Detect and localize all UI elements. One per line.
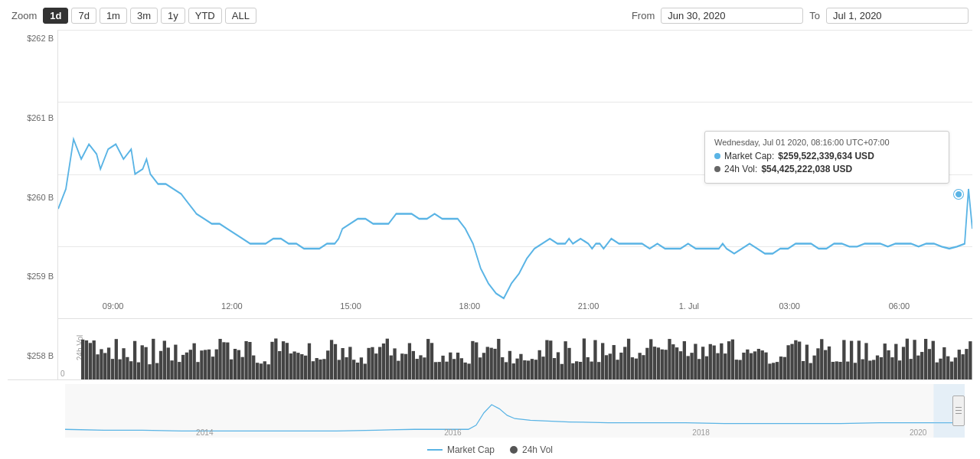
volume-bar xyxy=(155,363,158,379)
volume-bar xyxy=(816,348,819,379)
nav-handle[interactable] xyxy=(952,396,965,426)
tooltip-market-cap-label: Market Cap: xyxy=(724,151,774,161)
volume-bar xyxy=(534,360,537,379)
volume-bar xyxy=(553,358,556,379)
volume-bar xyxy=(482,353,485,379)
volume-bar xyxy=(928,349,931,379)
volume-bar xyxy=(475,343,478,379)
volume-bar xyxy=(969,341,972,379)
volume-bar xyxy=(460,358,463,379)
volume-bar xyxy=(178,362,181,379)
volume-bar xyxy=(579,362,582,379)
volume-bar xyxy=(649,339,652,379)
volume-bar xyxy=(549,340,552,379)
zoom-7d[interactable]: 7d xyxy=(71,8,96,24)
volume-bar-chart: // This will be rendered via static SVG … xyxy=(81,319,972,379)
volume-bar xyxy=(619,353,622,379)
volume-bar xyxy=(523,360,526,379)
volume-bar xyxy=(864,343,867,379)
volume-bar xyxy=(419,355,422,379)
volume-bar xyxy=(842,340,845,379)
nav-chart-container: 2014 2016 2018 2020 xyxy=(8,379,972,441)
volume-bar xyxy=(371,347,374,379)
legend-market-cap: Market Cap xyxy=(427,444,495,455)
nav-chart[interactable]: 2014 2016 2018 2020 xyxy=(65,384,965,438)
volume-bar xyxy=(538,350,541,379)
volume-bar xyxy=(341,348,344,379)
volume-bar xyxy=(96,354,99,379)
volume-bar xyxy=(467,363,470,379)
y-label-261: $261 B xyxy=(8,113,57,122)
volume-bar xyxy=(936,363,939,379)
to-date-input[interactable] xyxy=(826,8,969,24)
volume-bar xyxy=(738,360,741,379)
vol-zero-label: 0 xyxy=(60,369,65,378)
volume-bar xyxy=(304,356,307,379)
volume-bar xyxy=(635,359,638,379)
volume-bar xyxy=(129,361,132,379)
volume-bar xyxy=(835,361,838,379)
x-tick-21: 21:00 xyxy=(578,301,599,311)
volume-bar xyxy=(950,362,953,379)
zoom-1y[interactable]: 1y xyxy=(161,8,185,24)
volume-bar xyxy=(204,350,207,379)
volume-bar xyxy=(471,341,474,379)
volume-bar xyxy=(441,356,444,379)
volume-bar xyxy=(838,362,841,379)
x-tick-09: 09:00 xyxy=(103,301,124,311)
volume-bar xyxy=(880,357,883,379)
volume-area: 24h Vol 0 // This will be rendered via s… xyxy=(57,318,972,379)
volume-bar xyxy=(189,350,192,379)
volume-bar xyxy=(828,347,831,379)
volume-bar xyxy=(790,344,793,379)
volume-bar xyxy=(263,361,266,379)
nav-year-2018: 2018 xyxy=(692,428,710,436)
chart-container: Zoom 1d 7d 1m 3m 1y YTD ALL From To $262… xyxy=(0,0,980,459)
tooltip-gray-dot xyxy=(714,166,720,172)
volume-bar xyxy=(93,340,96,379)
volume-bar xyxy=(571,363,574,379)
zoom-3m[interactable]: 3m xyxy=(130,8,158,24)
volume-bar xyxy=(916,356,920,379)
volume-bar xyxy=(126,357,129,379)
zoom-1m[interactable]: 1m xyxy=(100,8,127,24)
volume-bar xyxy=(200,350,203,379)
main-chart-area: $262 B $261 B $260 B $259 B $258 B xyxy=(8,30,972,379)
volume-bar xyxy=(631,357,634,379)
volume-bar xyxy=(234,349,237,379)
volume-bar xyxy=(404,354,407,379)
volume-bar xyxy=(286,343,289,379)
volume-bar xyxy=(627,339,630,379)
from-date-input[interactable] xyxy=(661,8,803,24)
main-plot[interactable]: Wednesday, Jul 01 2020, 08:16:00 UTC+07:… xyxy=(57,30,972,318)
volume-bar xyxy=(486,347,489,379)
x-axis: 09:00 12:00 15:00 18:00 21:00 1. Jul 03:… xyxy=(58,301,972,318)
volume-bar xyxy=(497,339,500,379)
volume-bar xyxy=(416,359,419,379)
volume-bar xyxy=(118,360,121,379)
volume-bar xyxy=(884,343,887,379)
volume-bar xyxy=(207,350,211,379)
volume-bar xyxy=(397,361,400,379)
volume-bars-group xyxy=(81,338,972,379)
volume-bar xyxy=(452,359,456,379)
volume-bar xyxy=(137,363,140,379)
volume-bar xyxy=(601,343,604,379)
volume-bar xyxy=(356,363,359,379)
volume-bar xyxy=(237,350,240,379)
volume-bar xyxy=(322,359,325,379)
volume-bar xyxy=(545,340,548,379)
tooltip: Wednesday, Jul 01 2020, 08:16:00 UTC+07:… xyxy=(704,131,949,184)
volume-bar xyxy=(390,356,393,379)
volume-bar xyxy=(103,353,106,379)
volume-bar xyxy=(519,354,522,379)
volume-bar xyxy=(720,343,723,379)
x-tick-12: 12:00 xyxy=(221,301,243,311)
zoom-ytd[interactable]: YTD xyxy=(188,8,222,24)
zoom-all[interactable]: ALL xyxy=(225,8,256,24)
zoom-1d[interactable]: 1d xyxy=(43,8,68,24)
volume-bar xyxy=(374,353,377,379)
volume-bar xyxy=(653,347,656,379)
nav-line-chart: 2014 2016 2018 2020 xyxy=(65,384,965,438)
volume-bar xyxy=(226,343,229,379)
